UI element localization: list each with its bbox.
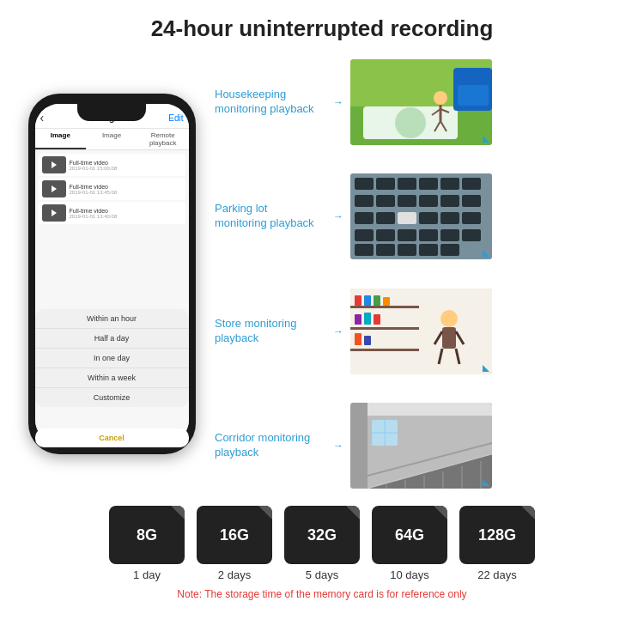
svg-rect-31 <box>462 212 481 224</box>
svg-rect-36 <box>440 229 459 241</box>
svg-rect-22 <box>398 195 416 207</box>
list-info: Full-time video 2019-01-01 15:00:08 <box>70 160 182 171</box>
play-icon <box>52 210 57 216</box>
svg-rect-21 <box>376 195 395 207</box>
svg-rect-47 <box>350 349 419 351</box>
sd-label-128g: 128G <box>478 526 516 544</box>
monitoring-img-store <box>350 289 492 374</box>
svg-rect-51 <box>383 297 390 306</box>
storage-card-16g: 16G 2 days <box>197 506 272 581</box>
tab-image2[interactable]: Image <box>86 129 137 149</box>
svg-rect-42 <box>440 244 459 256</box>
svg-rect-18 <box>440 178 459 190</box>
svg-rect-52 <box>355 314 361 325</box>
list-date: 2019-01-01 15:00:08 <box>70 166 182 171</box>
sd-label-16g: 16G <box>220 526 249 544</box>
svg-rect-30 <box>440 212 459 224</box>
arrow-icon-parking: → <box>333 210 343 222</box>
svg-rect-49 <box>364 295 371 306</box>
svg-rect-55 <box>355 333 361 345</box>
svg-point-4 <box>434 91 447 105</box>
storage-section: 8G 1 day 16G 2 days 32G 5 days 64G 10 da… <box>0 497 644 604</box>
svg-rect-37 <box>462 229 481 241</box>
monitoring-parking: Parking lotmonitoring playback → <box>215 173 627 259</box>
svg-rect-41 <box>419 244 438 256</box>
tab-remote-playback[interactable]: Remote playback <box>137 129 189 149</box>
sd-card-64g: 64G <box>372 506 447 564</box>
sd-card-128g: 128G <box>459 506 535 564</box>
page-title: 24-hour uninterrupted recording <box>0 15 644 42</box>
list-title: Full-time video <box>70 208 182 214</box>
list-thumb <box>42 204 66 222</box>
list-date: 2019-01-01 13:40:08 <box>70 214 182 219</box>
storage-card-128g: 128G 22 days <box>459 506 535 581</box>
svg-rect-27 <box>376 212 395 224</box>
list-thumb <box>42 180 66 197</box>
svg-rect-19 <box>462 178 481 190</box>
svg-rect-23 <box>419 195 438 207</box>
edit-button[interactable]: Edit <box>168 113 183 123</box>
corner-arrow-housekeeping <box>483 136 489 143</box>
svg-rect-39 <box>376 244 395 256</box>
svg-rect-64 <box>350 403 492 416</box>
sd-label-8g: 8G <box>137 526 157 544</box>
svg-rect-54 <box>374 314 380 325</box>
svg-rect-44 <box>350 289 492 374</box>
corner-arrow-store <box>483 365 489 372</box>
arrow-icon-corridor: → <box>333 440 343 452</box>
monitoring-img-corridor <box>350 403 492 489</box>
storage-note: Note: The storage time of the memory car… <box>177 588 466 600</box>
svg-rect-38 <box>355 244 374 256</box>
monitoring-label-housekeeping: Housekeepingmonitoring playback <box>215 88 326 117</box>
svg-rect-26 <box>355 212 374 224</box>
main-section: 11:44 ‹ Image Edit Image Image Remote pl… <box>0 51 644 497</box>
screen-tabs: Image Image Remote playback <box>35 129 189 150</box>
list-title: Full-time video <box>70 160 182 166</box>
storage-card-32g: 32G 5 days <box>284 506 360 581</box>
storage-days-32g: 5 days <box>306 568 338 581</box>
svg-rect-58 <box>442 327 456 349</box>
list-item: Full-time video 2019-01-01 13:45:00 <box>39 178 185 200</box>
svg-rect-28 <box>398 212 416 224</box>
dropdown-item-week[interactable]: Within a week <box>35 368 189 388</box>
phone-container: 11:44 ‹ Image Edit Image Image Remote pl… <box>17 51 206 497</box>
list-thumb <box>42 156 66 173</box>
phone-screen: ‹ Image Edit Image Image Remote playback… <box>35 104 189 444</box>
monitoring-label-parking: Parking lotmonitoring playback <box>215 202 326 231</box>
storage-card-64g: 64G 10 days <box>372 506 447 581</box>
phone-mockup: 11:44 ‹ Image Edit Image Image Remote pl… <box>28 94 196 454</box>
svg-rect-45 <box>350 306 419 308</box>
list-item: Full-time video 2019-01-01 15:00:08 <box>39 154 185 176</box>
parking-svg <box>350 173 492 259</box>
list-info: Full-time video 2019-01-01 13:40:08 <box>70 208 182 219</box>
svg-rect-24 <box>440 195 459 207</box>
back-arrow[interactable]: ‹ <box>40 111 45 125</box>
monitoring-store: Store monitoringplayback → <box>215 289 627 374</box>
dropdown-cancel-button[interactable]: Cancel <box>35 428 189 444</box>
tab-image[interactable]: Image <box>35 129 87 149</box>
arrow-icon-store: → <box>333 325 343 337</box>
store-svg <box>350 289 492 374</box>
dropdown-item-half-day[interactable]: Half a day <box>35 329 189 349</box>
svg-rect-65 <box>350 403 368 489</box>
dropdown-item-one-day[interactable]: In one day <box>35 349 189 368</box>
svg-rect-46 <box>350 327 419 330</box>
sd-label-64g: 64G <box>395 526 424 544</box>
corridor-svg <box>350 403 492 489</box>
sd-label-32g: 32G <box>307 526 337 544</box>
sd-card-8g: 8G <box>109 506 185 564</box>
svg-rect-16 <box>398 178 416 190</box>
monitoring-corridor: Corridor monitoringplayback → <box>215 403 627 489</box>
dropdown-item-within-hour[interactable]: Within an hour <box>35 309 189 329</box>
corner-arrow-corridor <box>483 479 489 486</box>
svg-rect-29 <box>419 212 438 224</box>
svg-rect-35 <box>419 229 438 241</box>
svg-rect-32 <box>355 229 374 241</box>
dropdown-item-customize[interactable]: Customize <box>35 388 189 407</box>
svg-rect-50 <box>374 295 380 306</box>
sd-card-16g: 16G <box>197 506 272 564</box>
list-title: Full-time video <box>70 184 182 190</box>
svg-rect-20 <box>355 195 374 207</box>
storage-cards: 8G 1 day 16G 2 days 32G 5 days 64G 10 da… <box>109 506 535 581</box>
svg-rect-56 <box>364 336 371 345</box>
